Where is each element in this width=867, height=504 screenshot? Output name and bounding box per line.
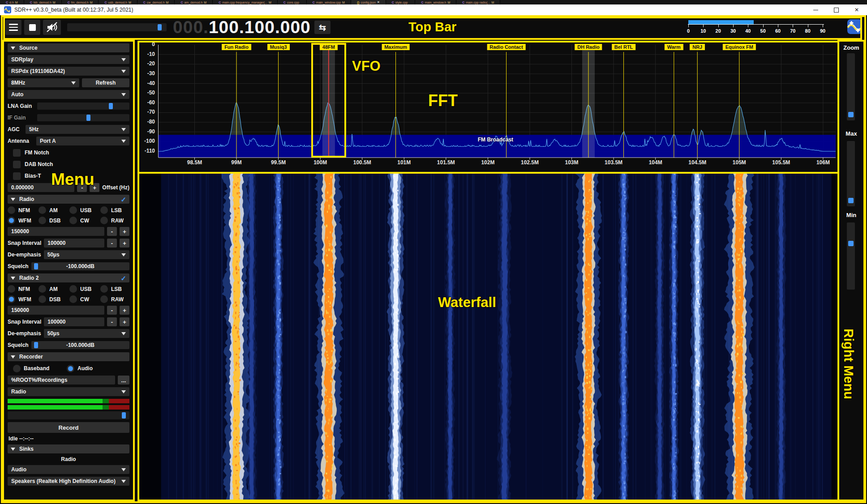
close-button[interactable]: ✕ [846,4,867,15]
refresh-button[interactable]: Refresh [82,78,129,87]
station-label-maximum[interactable]: Maximum [382,44,410,50]
mode-nfm[interactable]: NFM [8,206,37,214]
sink-device-select[interactable]: Speakers (Realtek High Definition Audio) [8,477,129,486]
recorder-stream-select[interactable]: Radio [8,387,129,396]
mode-nfm[interactable]: NFM [8,285,37,293]
mode-raw[interactable]: RAW [100,217,129,224]
min-slider-handle[interactable] [848,241,854,246]
waterfall-panel[interactable] [138,173,839,501]
fm-notch-checkbox[interactable]: FM Notch [8,148,129,157]
if-gain-slider[interactable] [37,114,129,121]
source-driver-select[interactable]: SDRplay [8,55,129,64]
volume-slider-handle[interactable] [158,24,162,30]
bandwidth-minus-button[interactable]: - [107,306,117,315]
browse-button[interactable]: ... [118,376,129,384]
mode-cw[interactable]: CW [69,295,99,303]
recorder-panel-header[interactable]: Recorder [8,352,129,361]
recorder-mode-audio[interactable]: Audio [67,365,93,372]
mode-am[interactable]: AM [39,285,68,293]
source-panel-header[interactable]: Source [8,43,129,52]
station-label-equinox-fm[interactable]: Equinox FM [723,44,756,50]
radio2-panel-header[interactable]: Radio 2 ✓ [8,273,129,282]
min-slider[interactable] [847,222,855,290]
vscode-tab[interactable]: Ccore.cpp [278,0,307,4]
vscode-tab[interactable]: Cfm_demod.hM [62,0,99,4]
zoom-slider[interactable] [847,53,855,120]
radio-panel-header[interactable]: Radio ✓ [8,195,129,204]
bandwidth-minus-button[interactable]: - [107,227,117,236]
fft-panel[interactable]: 0-10-20-30-40-50-60-70-80-90-100-11098.5… [138,41,839,173]
station-label-nrj[interactable]: NRJ [690,44,705,50]
if-mode-select[interactable]: Auto [8,90,129,99]
vscode-tab[interactable]: Cusb_demod.hM [99,0,137,4]
stop-button[interactable] [24,20,40,35]
station-label-warm[interactable]: Warm [665,44,683,50]
vscode-tab[interactable]: Cmain.cpp frequency_manager(...M [213,0,278,4]
lna-gain-handle[interactable] [109,103,113,109]
deemphasis-select[interactable]: 50µs [44,250,129,259]
dab-notch-checkbox[interactable]: DAB Notch [8,160,129,169]
vscode-tab[interactable]: Cstyle.cpp [386,0,416,4]
minimize-button[interactable] [805,4,826,15]
station-label-musiq3[interactable]: Musiq3 [267,44,290,50]
zoom-slider-handle[interactable] [848,112,854,117]
tab-close-icon[interactable]: ✕ [377,0,380,4]
source-device-select[interactable]: RSPdx (191106DA42) [8,67,129,76]
bandwidth-plus-button[interactable]: + [120,227,129,236]
agc-select[interactable]: 5Hz [26,125,129,134]
station-label-dh-radio[interactable]: DH Radio [575,44,602,50]
lna-gain-slider[interactable] [37,103,129,110]
mode-lsb[interactable]: LSB [100,285,129,293]
waterfall-plot[interactable] [138,173,839,501]
menu-toggle-button[interactable] [5,20,21,35]
squelch-handle[interactable] [34,342,38,348]
snap-minus-button[interactable]: - [107,239,117,248]
snap-interval-input[interactable]: 100000 [44,317,104,326]
station-label-bel-rtl[interactable]: Bel RTL [612,44,636,50]
tune-swap-button[interactable]: ⇆ [314,21,330,34]
enabled-check-icon[interactable]: ✓ [120,196,126,203]
vscode-tab[interactable]: Ccw_demod.hM [137,0,175,4]
frequency-dim-digits[interactable]: 000. [173,17,209,37]
vscode-tab[interactable]: Clsb_demod.hM [24,0,62,4]
deemphasis-select[interactable]: 50µs [44,329,129,338]
mode-usb[interactable]: USB [69,206,99,214]
mode-dsb[interactable]: DSB [39,295,68,303]
mode-lsb[interactable]: LSB [100,206,129,214]
bandwidth-plus-button[interactable]: + [120,306,129,315]
snap-interval-input[interactable]: 100000 [44,239,104,248]
vscode-tab[interactable]: Cd.hM [0,0,24,4]
sinks-panel-header[interactable]: Sinks [8,444,129,453]
frequency-display[interactable]: 000.100.100.000 [173,17,311,38]
mode-usb[interactable]: USB [69,285,99,293]
record-button[interactable]: Record [8,422,129,433]
fft-plot[interactable] [138,41,839,173]
bandwidth-select[interactable]: 8MHz [8,78,79,87]
mode-dsb[interactable]: DSB [39,217,68,224]
mode-cw[interactable]: CW [69,217,99,224]
enabled-check-icon[interactable]: ✓ [120,275,126,282]
recorder-mode-baseband[interactable]: Baseband [13,365,67,372]
squelch-handle[interactable] [34,263,38,269]
snap-plus-button[interactable]: + [120,317,129,326]
antenna-select[interactable]: Port A [36,137,129,145]
vscode-tab[interactable]: Cmain_window.hM [415,0,456,4]
recorder-volume-slider[interactable] [8,411,129,419]
mode-am[interactable]: AM [39,206,68,214]
recordings-path-input[interactable]: %ROOT%/Recordings [8,376,115,384]
vscode-tab[interactable]: Cmain.cpp radio(...M [456,0,500,4]
squelch-slider[interactable]: -100.000dB [31,262,129,270]
mute-button[interactable] [43,20,61,35]
volume-slider[interactable] [67,23,167,31]
sink-type-select[interactable]: Audio [8,465,129,474]
station-label-fun-radio[interactable]: Fun Radio [222,44,251,50]
max-slider[interactable] [847,141,855,206]
vscode-tab-strip[interactable]: Cd.hMClsb_demod.hMCfm_demod.hMCusb_demod… [0,0,867,4]
snap-plus-button[interactable]: + [120,239,129,248]
squelch-slider[interactable]: -100.000dB [31,341,129,349]
vscode-tab[interactable]: {}config.json✕ [351,0,386,4]
snap-minus-button[interactable]: - [107,317,117,326]
if-gain-handle[interactable] [86,115,90,121]
mode-raw[interactable]: RAW [100,295,129,303]
mode-wfm[interactable]: WFM [8,295,37,303]
